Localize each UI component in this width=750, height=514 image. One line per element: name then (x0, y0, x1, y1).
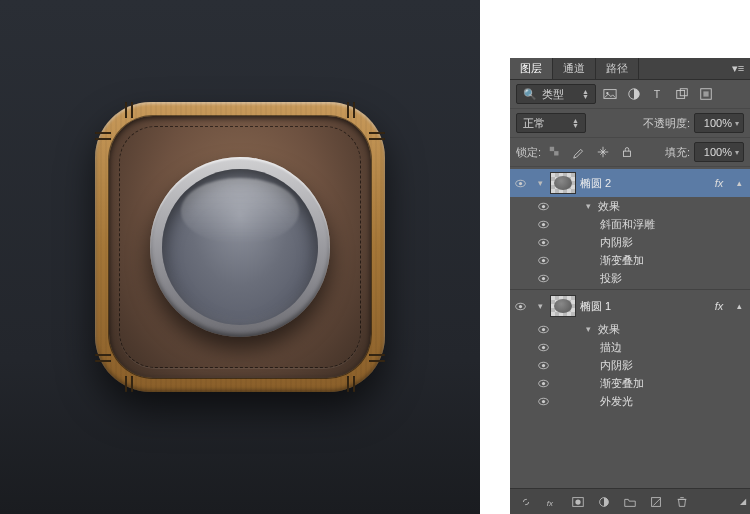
filter-text-icon[interactable]: T (648, 84, 668, 104)
notch (95, 360, 111, 362)
svg-point-20 (541, 258, 544, 261)
opacity-label: 不透明度: (643, 116, 690, 131)
svg-text:fx: fx (547, 498, 554, 507)
chevron-down-icon: ▾ (735, 119, 739, 128)
layer-mask-icon[interactable] (566, 492, 590, 512)
visibility-toggle[interactable] (534, 200, 552, 213)
effects-header: ▾ 效果 (510, 197, 750, 215)
layer-fx-icon[interactable]: fx (540, 492, 564, 512)
tab-paths[interactable]: 路径 (596, 58, 639, 79)
fill-value: 100% (704, 146, 732, 158)
svg-point-14 (541, 204, 544, 207)
fx-badge[interactable]: fx (710, 177, 728, 189)
new-layer-icon[interactable] (644, 492, 668, 512)
blend-mode-label: 正常 (523, 116, 545, 131)
fx-twirl-icon[interactable]: ▴ (732, 178, 746, 188)
panel-tabs: 图层 通道 路径 ▾≡ (510, 58, 750, 80)
layer-item: ▾ 椭圆 1 fx ▴ ▾ 效果 描边 内阴影 渐变叠加 外发光 (510, 290, 750, 412)
group-folder-icon[interactable] (618, 492, 642, 512)
panel-menu-icon[interactable]: ▾≡ (726, 58, 750, 79)
notch (347, 102, 349, 118)
layer-row[interactable]: ▾ 椭圆 1 fx ▴ (510, 292, 750, 320)
canvas-area (0, 0, 480, 514)
blend-mode-select[interactable]: 正常 ▲▼ (516, 113, 586, 133)
chevron-down-icon: ▾ (735, 148, 739, 157)
icon-artwork (95, 102, 385, 392)
twirl-down-icon[interactable]: ▾ (534, 178, 546, 188)
visibility-toggle[interactable] (534, 341, 552, 354)
visibility-toggle[interactable] (534, 359, 552, 372)
filter-adjust-icon[interactable] (624, 84, 644, 104)
visibility-toggle[interactable] (534, 323, 552, 336)
visibility-toggle[interactable] (534, 395, 552, 408)
effects-header: ▾ 效果 (510, 320, 750, 338)
trash-icon[interactable] (670, 492, 694, 512)
filter-type-label: 类型 (542, 87, 564, 102)
effect-item[interactable]: 斜面和浮雕 (510, 215, 750, 233)
fx-badge[interactable]: fx (710, 300, 728, 312)
visibility-toggle[interactable] (510, 177, 530, 190)
search-icon: 🔍 (523, 88, 537, 101)
fx-twirl-icon[interactable]: ▴ (732, 301, 746, 311)
fill-input[interactable]: 100% ▾ (694, 142, 744, 162)
filter-type-select[interactable]: 🔍 类型 ▲▼ (516, 84, 596, 104)
lock-row: 锁定: 填充: 100% ▾ (510, 138, 750, 167)
fill-adjustment-icon[interactable] (592, 492, 616, 512)
effects-label: 效果 (598, 199, 620, 214)
notch (353, 376, 355, 392)
layer-row[interactable]: ▾ 椭圆 2 fx ▴ (510, 169, 750, 197)
svg-point-22 (541, 276, 544, 279)
filter-row: 🔍 类型 ▲▼ T (510, 80, 750, 109)
effect-name: 渐变叠加 (600, 376, 644, 391)
lock-all-icon[interactable] (617, 142, 637, 162)
svg-point-24 (518, 304, 521, 307)
filter-smart-icon[interactable] (696, 84, 716, 104)
twirl-down-icon[interactable]: ▾ (582, 324, 594, 334)
resize-grip-icon[interactable]: ◢ (740, 497, 746, 506)
filter-shape-icon[interactable] (672, 84, 692, 104)
lock-brush-icon[interactable] (569, 142, 589, 162)
svg-point-16 (541, 222, 544, 225)
lock-position-icon[interactable] (593, 142, 613, 162)
notch (369, 360, 385, 362)
svg-point-37 (575, 499, 580, 504)
effect-item[interactable]: 描边 (510, 338, 750, 356)
visibility-toggle[interactable] (534, 218, 552, 231)
twirl-down-icon[interactable]: ▾ (534, 301, 546, 311)
svg-point-18 (541, 240, 544, 243)
svg-rect-7 (703, 91, 708, 96)
notch (347, 376, 349, 392)
visibility-toggle[interactable] (534, 272, 552, 285)
visibility-toggle[interactable] (534, 254, 552, 267)
opacity-value: 100% (704, 117, 732, 129)
twirl-down-icon[interactable]: ▾ (582, 201, 594, 211)
layer-thumbnail[interactable] (550, 295, 576, 317)
effect-item[interactable]: 内阴影 (510, 356, 750, 374)
notch (95, 138, 111, 140)
layer-name[interactable]: 椭圆 1 (580, 299, 706, 314)
effect-item[interactable]: 渐变叠加 (510, 374, 750, 392)
effect-item[interactable]: 渐变叠加 (510, 251, 750, 269)
layer-name[interactable]: 椭圆 2 (580, 176, 706, 191)
effect-name: 内阴影 (600, 235, 633, 250)
link-layers-icon[interactable] (514, 492, 538, 512)
visibility-toggle[interactable] (534, 377, 552, 390)
layer-thumbnail[interactable] (550, 172, 576, 194)
svg-point-12 (518, 181, 521, 184)
visibility-toggle[interactable] (534, 236, 552, 249)
blend-row: 正常 ▲▼ 不透明度: 100% ▾ (510, 109, 750, 138)
tab-layers[interactable]: 图层 (510, 58, 553, 79)
svg-point-34 (541, 399, 544, 402)
opacity-input[interactable]: 100% ▾ (694, 113, 744, 133)
visibility-toggle[interactable] (510, 300, 530, 313)
effect-item[interactable]: 投影 (510, 269, 750, 287)
svg-rect-10 (624, 151, 631, 156)
stepper-arrows-icon: ▲▼ (582, 89, 589, 99)
effect-item[interactable]: 外发光 (510, 392, 750, 410)
notch (131, 376, 133, 392)
filter-pixel-icon[interactable] (600, 84, 620, 104)
effect-item[interactable]: 内阴影 (510, 233, 750, 251)
lock-transparent-icon[interactable] (545, 142, 565, 162)
notch (131, 102, 133, 118)
tab-channels[interactable]: 通道 (553, 58, 596, 79)
